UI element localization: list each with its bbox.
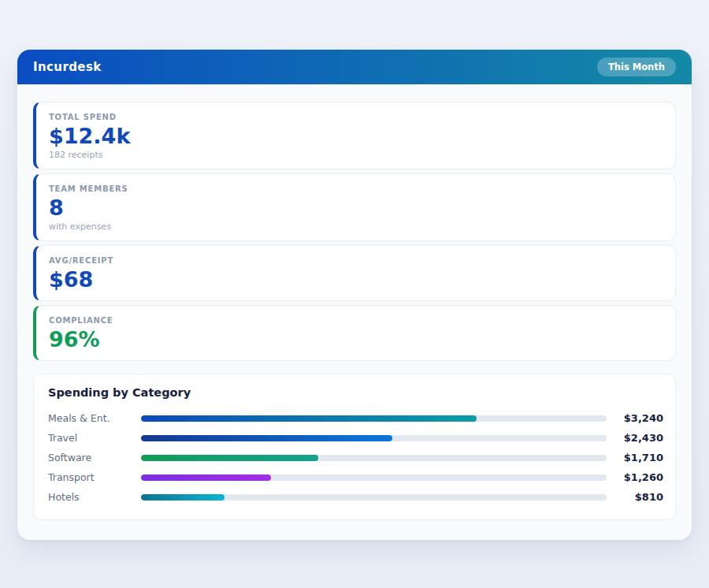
stat-card-total-spend: TOTAL SPEND $12.4k 182 receipts [33, 102, 676, 169]
bar-fill-software [141, 455, 318, 461]
bar-fill-travel [141, 435, 392, 441]
stat-card-team-members: TEAM MEMBERS 8 with expenses [33, 173, 676, 241]
category-amount: $2,430 [607, 432, 663, 444]
period-badge[interactable]: This Month [597, 58, 676, 76]
bar-track [141, 435, 607, 441]
stat-label: TOTAL SPEND [49, 113, 663, 121]
bar-track [141, 494, 607, 501]
spend-row-meals: Meals & Ent. $3,240 [48, 408, 663, 428]
stat-value: $12.4k [49, 124, 663, 148]
app-header: Incurdesk This Month [17, 50, 692, 84]
stat-label: TEAM MEMBERS [49, 184, 663, 193]
category-label: Software [48, 452, 141, 463]
category-label: Travel [48, 432, 141, 444]
stat-value: 96% [49, 327, 663, 352]
app-title: Incurdesk [33, 60, 102, 74]
dashboard-panel: Incurdesk This Month TOTAL SPEND $12.4k … [17, 50, 692, 540]
stat-card-compliance: COMPLIANCE 96% [33, 305, 676, 361]
spending-by-category-card: Spending by Category Meals & Ent. $3,240… [33, 374, 676, 520]
panel-body: TOTAL SPEND $12.4k 182 receipts TEAM MEM… [17, 84, 692, 536]
stat-card-avg-receipt: AVG/RECEIPT $68 [33, 245, 676, 301]
bar-track [141, 474, 607, 481]
category-amount: $3,240 [607, 412, 663, 424]
stat-label: AVG/RECEIPT [49, 256, 663, 265]
bar-fill-hotels [141, 494, 225, 501]
spend-row-transport: Transport $1,260 [48, 467, 663, 487]
stat-label: COMPLIANCE [49, 316, 663, 325]
category-amount: $1,260 [607, 471, 663, 483]
category-amount: $810 [607, 491, 663, 503]
category-amount: $1,710 [607, 452, 663, 463]
stat-sub: 182 receipts [49, 150, 663, 160]
bar-fill-transport [141, 474, 271, 481]
bar-track [141, 415, 607, 422]
category-label: Hotels [48, 491, 141, 503]
spend-row-hotels: Hotels $810 [48, 487, 663, 507]
spend-row-software: Software $1,710 [48, 448, 663, 467]
stat-sub: with expenses [49, 221, 663, 232]
category-label: Transport [48, 471, 141, 483]
bar-track [141, 455, 607, 461]
spending-title: Spending by Category [48, 386, 663, 399]
bar-fill-meals [141, 415, 477, 422]
stat-value: $68 [49, 267, 663, 292]
stat-value: 8 [49, 195, 663, 220]
spend-row-travel: Travel $2,430 [48, 428, 663, 448]
category-label: Meals & Ent. [48, 412, 141, 424]
